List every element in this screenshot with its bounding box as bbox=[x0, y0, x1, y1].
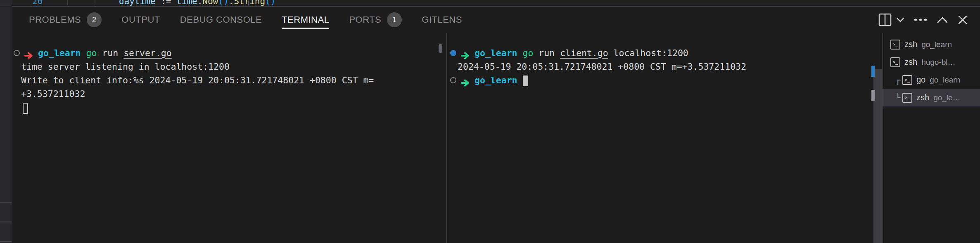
terminal-title: go_le… bbox=[933, 93, 961, 102]
scrollbar-command-decoration bbox=[871, 66, 875, 77]
editor-code-line: daytime := time.Now().String() bbox=[119, 0, 275, 6]
terminal-shell-name: go bbox=[916, 75, 925, 85]
code-token: . bbox=[197, 0, 203, 6]
prompt-arrow-icon bbox=[461, 77, 471, 90]
tab-label: DEBUG CONSOLE bbox=[180, 14, 262, 25]
chevron-down-icon[interactable] bbox=[897, 18, 904, 22]
terminal-text: client.go bbox=[560, 48, 608, 58]
tab-badge: 2 bbox=[87, 12, 102, 27]
terminal-shell-name: zsh bbox=[904, 57, 917, 67]
editor-strip: 20 daytime := time.Now().String() bbox=[0, 0, 980, 6]
code-token: . bbox=[229, 0, 234, 6]
terminal-text: 2024-05-19 20:05:31.721748021 +0800 CST … bbox=[458, 61, 746, 72]
terminal-line: go_learn go run client.go localhost:1200 bbox=[449, 46, 870, 60]
code-token: := bbox=[161, 0, 176, 6]
code-token: () bbox=[265, 0, 275, 6]
split-tree-mark: └ bbox=[895, 93, 902, 103]
terminal-text: time server listening in localhost:1200 bbox=[21, 61, 230, 72]
panel-actions bbox=[878, 7, 968, 33]
terminal-cursor-block bbox=[523, 75, 528, 86]
code-token: Now bbox=[202, 0, 218, 6]
command-decoration-hollow[interactable] bbox=[450, 77, 456, 83]
code-token: daytime bbox=[119, 0, 161, 6]
terminal-line: go_learn go run server.go bbox=[12, 46, 444, 60]
gutter-mark bbox=[95, 0, 95, 5]
terminal-pane-server[interactable]: go_learn go run server.gotime server lis… bbox=[12, 33, 444, 243]
terminal-text: Write to client info:%s 2024-05-19 20:05… bbox=[21, 75, 374, 85]
terminal-text: go bbox=[86, 48, 97, 58]
terminal-text: go bbox=[523, 48, 534, 58]
terminal-icon: >_ bbox=[902, 93, 912, 103]
terminal-text bbox=[517, 48, 523, 58]
editor-cursor bbox=[248, 0, 249, 5]
editor-line-number: 20 bbox=[32, 0, 43, 6]
terminal-title: go_learn bbox=[921, 40, 952, 49]
split-tree-mark: ┌ bbox=[895, 75, 902, 85]
terminal-line bbox=[12, 101, 444, 114]
maximize-panel-icon[interactable] bbox=[937, 17, 948, 23]
panel-tab-debug-console[interactable]: DEBUG CONSOLE bbox=[180, 7, 262, 33]
terminal-icon: >_ bbox=[902, 75, 912, 85]
terminal-list-item-zsh-go-learn[interactable]: >_zshgo_learn bbox=[883, 35, 980, 53]
terminal-title: go_learn bbox=[930, 75, 960, 85]
code-token: time bbox=[176, 0, 197, 6]
terminal-text: +3.537211032 bbox=[21, 89, 85, 99]
terminal-title: hugo-bl… bbox=[921, 58, 955, 67]
more-actions-icon[interactable] bbox=[914, 18, 927, 21]
terminal-text: go_learn bbox=[475, 48, 517, 58]
terminal-area: go_learn go run server.gotime server lis… bbox=[0, 33, 980, 243]
terminal-icon: >_ bbox=[890, 57, 900, 67]
scrollbar-position-marker bbox=[871, 90, 875, 101]
terminal-text bbox=[81, 48, 86, 58]
terminal-list-item-go-go-learn[interactable]: ┌>_gogo_learn bbox=[883, 71, 980, 89]
terminal-line: time server listening in localhost:1200 bbox=[12, 60, 444, 73]
tab-badge: 1 bbox=[387, 12, 402, 27]
tab-label: TERMINAL bbox=[282, 14, 329, 25]
terminal-text: server.go bbox=[123, 48, 172, 58]
terminal-text: go_learn bbox=[38, 48, 81, 58]
command-decoration-blue[interactable] bbox=[450, 50, 456, 56]
split-terminal-icon[interactable] bbox=[878, 13, 892, 26]
panel-tab-bar: PROBLEMS2OUTPUTDEBUG CONSOLETERMINALPORT… bbox=[12, 7, 462, 33]
terminal-list-item-zsh-hugo-bl[interactable]: >_zshhugo-bl… bbox=[883, 53, 980, 71]
terminal-pane-client[interactable]: go_learn go run client.go localhost:1200… bbox=[449, 33, 870, 243]
tab-label: OUTPUT bbox=[121, 14, 160, 25]
terminal-list-item-zsh-go-le[interactable]: └>_zshgo_le… bbox=[883, 89, 980, 106]
terminal-line: go_learn bbox=[449, 73, 870, 87]
command-decoration-hollow[interactable] bbox=[14, 50, 20, 56]
vscode-panel-region: 20 daytime := time.Now().String() PROBLE… bbox=[0, 0, 980, 243]
panel-tab-output[interactable]: OUTPUT bbox=[121, 7, 160, 33]
editor-corner bbox=[0, 0, 12, 6]
panel-tab-terminal[interactable]: TERMINAL bbox=[282, 7, 329, 33]
terminal-text: run bbox=[97, 48, 123, 58]
terminal-text: localhost:1200 bbox=[608, 48, 688, 58]
tab-label: PORTS bbox=[349, 14, 381, 25]
panel-tab-gitlens[interactable]: GITLENS bbox=[422, 7, 462, 33]
terminal-text: run bbox=[533, 48, 560, 58]
panel-tab-problems[interactable]: PROBLEMS2 bbox=[29, 7, 102, 33]
tab-label: PROBLEMS bbox=[29, 14, 81, 25]
code-token: () bbox=[218, 0, 228, 6]
close-panel-icon[interactable] bbox=[958, 15, 968, 25]
gutter-mark bbox=[67, 0, 68, 5]
tab-label: GITLENS bbox=[422, 14, 462, 25]
terminal-text: go_learn bbox=[475, 75, 517, 85]
code-token: String bbox=[234, 0, 265, 6]
terminal-line: +3.537211032 bbox=[12, 87, 444, 101]
terminal-line: 2024-05-19 20:05:31.721748021 +0800 CST … bbox=[449, 60, 870, 73]
terminal-cursor-hollow bbox=[23, 103, 28, 114]
terminal-shell-name: zsh bbox=[916, 93, 929, 102]
terminal-split-sash[interactable] bbox=[446, 33, 447, 243]
left-pane-scrollbar-thumb[interactable] bbox=[439, 44, 442, 53]
terminal-shell-name: zsh bbox=[904, 40, 917, 49]
panel-tab-ports[interactable]: PORTS1 bbox=[349, 7, 402, 33]
terminal-line: Write to client info:%s 2024-05-19 20:05… bbox=[12, 73, 444, 87]
terminal-tabs-list: >_zshgo_learn>_zshhugo-bl…┌>_gogo_learn└… bbox=[883, 35, 980, 243]
terminal-icon: >_ bbox=[890, 40, 900, 50]
